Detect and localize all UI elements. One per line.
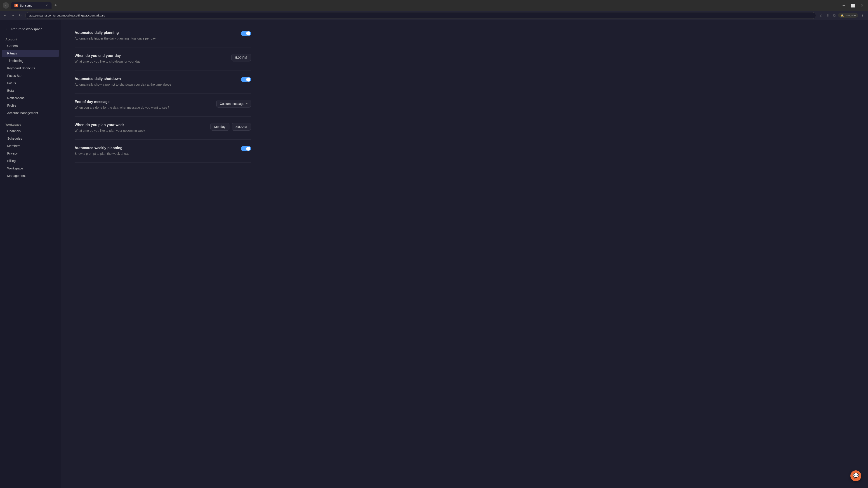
setting-automated-daily-planning: Automated daily planning Automatically t… bbox=[74, 24, 251, 47]
setting-title-end-of-day-message: End of day message bbox=[74, 100, 207, 104]
setting-title-automated-weekly-planning: Automated weekly planning bbox=[74, 146, 232, 150]
sidebar-item-privacy[interactable]: Privacy bbox=[2, 150, 59, 157]
toggle-automated-daily-planning[interactable] bbox=[241, 31, 251, 36]
return-to-workspace-link[interactable]: ← Return to workspace bbox=[0, 24, 61, 36]
main-content: Automated daily planning Automatically t… bbox=[61, 20, 868, 488]
bookmark-button[interactable]: ☆ bbox=[819, 12, 824, 19]
active-tab[interactable]: S Sunsama ✕ bbox=[11, 2, 52, 8]
account-management-label: Account Management bbox=[7, 111, 38, 115]
setting-info-end-of-day: When do you end your day What time do yo… bbox=[74, 54, 222, 64]
general-label: General bbox=[7, 44, 19, 48]
browser-chrome: ‹ S Sunsama ✕ + ─ ⬜ ✕ bbox=[0, 0, 868, 11]
tab-favicon: S bbox=[14, 4, 18, 7]
toggle-automated-weekly-planning[interactable] bbox=[241, 146, 251, 151]
sidebar-item-schedules[interactable]: Schedules bbox=[2, 135, 59, 142]
incognito-icon: 🕵 bbox=[840, 14, 844, 17]
privacy-label: Privacy bbox=[7, 152, 18, 155]
sidebar-item-rituals[interactable]: Rituals bbox=[2, 50, 59, 57]
sidebar-item-timeboxing[interactable]: Timeboxing bbox=[2, 57, 59, 64]
sidebar-item-beta[interactable]: Beta bbox=[2, 87, 59, 94]
browser-tab-prev[interactable]: ‹ bbox=[3, 2, 9, 8]
sidebar-item-management[interactable]: Management bbox=[2, 172, 59, 180]
setting-control-automated-weekly-planning bbox=[241, 146, 251, 151]
sidebar-item-account-management[interactable]: Account Management bbox=[2, 109, 59, 117]
plan-week-day-button[interactable]: Monday bbox=[211, 123, 229, 131]
profile-label: Profile bbox=[7, 104, 16, 107]
schedules-label: Schedules bbox=[7, 137, 22, 140]
chat-icon: 💬 bbox=[853, 473, 859, 479]
back-button[interactable]: ← bbox=[3, 13, 8, 18]
forward-button[interactable]: → bbox=[10, 13, 16, 18]
incognito-badge: 🕵 Incognito bbox=[838, 13, 858, 18]
setting-title-plan-your-week: When do you plan your week bbox=[74, 123, 202, 127]
workspace-label: Workspace bbox=[7, 166, 23, 170]
menu-button[interactable]: ⋮ bbox=[860, 12, 865, 19]
url-bar[interactable]: app.sunsama.com/group/moodjoy/settings/a… bbox=[25, 12, 816, 19]
browser-actions: ☆ ⬇ ⧉ 🕵 Incognito ⋮ bbox=[819, 12, 865, 19]
end-of-day-message-dropdown[interactable]: Custom message ▾ bbox=[216, 100, 251, 107]
chat-fab-button[interactable]: 💬 bbox=[850, 470, 861, 481]
focus-bar-label: Focus Bar bbox=[7, 74, 22, 77]
browser-controls: ‹ bbox=[3, 2, 9, 8]
setting-control-plan-your-week: Monday 8:00 AM bbox=[211, 123, 251, 131]
setting-title-automated-daily-shutdown: Automated daily shutdown bbox=[74, 77, 232, 81]
setting-title-end-of-day: When do you end your day bbox=[74, 54, 222, 58]
app-layout: ← Return to workspace Account General Ri… bbox=[0, 20, 868, 488]
setting-info-end-of-day-message: End of day message When you are done for… bbox=[74, 100, 207, 110]
beta-label: Beta bbox=[7, 89, 14, 92]
setting-plan-your-week: When do you plan your week What time do … bbox=[74, 117, 251, 140]
sidebar-item-focus[interactable]: Focus bbox=[2, 79, 59, 87]
sidebar-item-focus-bar[interactable]: Focus Bar bbox=[2, 72, 59, 79]
content-area: Automated daily planning Automatically t… bbox=[61, 20, 265, 167]
account-section-label: Account bbox=[0, 36, 61, 42]
sidebar-item-notifications[interactable]: Notifications bbox=[2, 94, 59, 102]
plan-week-time-button[interactable]: 8:00 AM bbox=[232, 123, 251, 131]
setting-title-automated-daily-planning: Automated daily planning bbox=[74, 31, 232, 35]
sidebar-item-channels[interactable]: Channels bbox=[2, 127, 59, 135]
tab-close-button[interactable]: ✕ bbox=[46, 4, 48, 7]
url-text: app.sunsama.com/group/moodjoy/settings/a… bbox=[29, 14, 105, 17]
dropdown-value-end-of-day-message: Custom message bbox=[220, 102, 244, 105]
incognito-label: Incognito bbox=[845, 14, 856, 17]
setting-control-automated-daily-planning bbox=[241, 31, 251, 36]
setting-info-plan-your-week: When do you plan your week What time do … bbox=[74, 123, 202, 133]
sidebar: ← Return to workspace Account General Ri… bbox=[0, 20, 61, 488]
setting-control-end-of-day-message: Custom message ▾ bbox=[216, 100, 251, 107]
setting-control-automated-daily-shutdown bbox=[241, 77, 251, 82]
address-bar: ← → ↻ app.sunsama.com/group/moodjoy/sett… bbox=[0, 11, 868, 20]
tab-label: Sunsama bbox=[20, 4, 32, 7]
setting-info-automated-daily-planning: Automated daily planning Automatically t… bbox=[74, 31, 232, 41]
sidebar-item-keyboard-shortcuts[interactable]: Keyboard Shortcuts bbox=[2, 65, 59, 72]
end-of-day-time-button[interactable]: 5:00 PM bbox=[231, 54, 251, 61]
rituals-label: Rituals bbox=[7, 52, 17, 55]
setting-desc-automated-daily-planning: Automatically trigger the daily planning… bbox=[74, 36, 210, 41]
close-button[interactable]: ✕ bbox=[859, 2, 865, 8]
return-label: Return to workspace bbox=[11, 27, 42, 31]
sidebar-item-profile[interactable]: Profile bbox=[2, 102, 59, 109]
setting-end-of-day: When do you end your day What time do yo… bbox=[74, 47, 251, 70]
back-arrow-icon: ← bbox=[5, 27, 9, 31]
setting-info-automated-daily-shutdown: Automated daily shutdown Automatically s… bbox=[74, 77, 232, 87]
minimize-button[interactable]: ─ bbox=[841, 2, 847, 8]
channels-label: Channels bbox=[7, 129, 21, 133]
management-label: Management bbox=[7, 174, 26, 177]
window-controls: ─ ⬜ ✕ bbox=[841, 2, 865, 8]
extensions-button[interactable]: ⧉ bbox=[832, 12, 836, 18]
setting-info-automated-weekly-planning: Automated weekly planning Show a prompt … bbox=[74, 146, 232, 156]
billing-label: Billing bbox=[7, 159, 16, 163]
timeboxing-label: Timeboxing bbox=[7, 59, 24, 63]
workspace-section-label: Workspace bbox=[0, 121, 61, 127]
setting-end-of-day-message: End of day message When you are done for… bbox=[74, 94, 251, 117]
new-tab-button[interactable]: + bbox=[53, 2, 59, 8]
sidebar-item-members[interactable]: Members bbox=[2, 142, 59, 150]
sidebar-item-billing[interactable]: Billing bbox=[2, 157, 59, 164]
maximize-button[interactable]: ⬜ bbox=[849, 2, 857, 8]
download-button[interactable]: ⬇ bbox=[826, 12, 830, 19]
toggle-automated-daily-shutdown[interactable] bbox=[241, 77, 251, 82]
sidebar-item-general[interactable]: General bbox=[2, 42, 59, 50]
focus-label: Focus bbox=[7, 81, 16, 85]
members-label: Members bbox=[7, 144, 20, 148]
refresh-button[interactable]: ↻ bbox=[18, 13, 23, 18]
sidebar-item-workspace[interactable]: Workspace bbox=[2, 165, 59, 172]
setting-automated-weekly-planning: Automated weekly planning Show a prompt … bbox=[74, 140, 251, 163]
